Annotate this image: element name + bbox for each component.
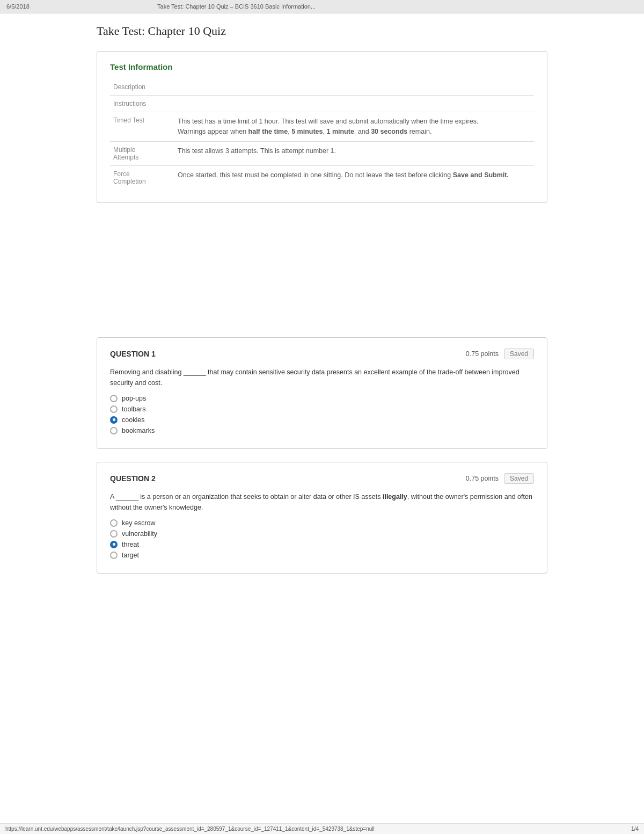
radio-1-c[interactable] [110,416,118,424]
info-row-attempts: MultipleAttempts This test allows 3 atte… [110,141,534,165]
info-row-description: Description [110,79,534,96]
question-points-1: 0.75 points [466,350,499,358]
saved-badge-1: Saved [504,349,534,359]
info-label-attempts: MultipleAttempts [110,141,174,165]
info-label-description: Description [110,79,174,96]
option-2-d[interactable]: target [110,552,534,559]
info-value-attempts: This test allows 3 attempts. This is att… [174,141,534,165]
option-1-c[interactable]: cookies [110,416,534,424]
option-1-d[interactable]: bookmarks [110,427,534,434]
test-info-heading: Test Information [110,62,534,71]
info-row-instructions: Instructions [110,96,534,112]
question-header-2: QUESTION 2 0.75 points Saved [110,473,534,484]
option-label-1-d: bookmarks [122,427,155,434]
tab-title: Take Test: Chapter 10 Quiz – BCIS 3610 B… [157,3,316,10]
info-value-force: Once started, this test must be complete… [174,165,534,190]
radio-2-a[interactable] [110,519,118,527]
option-label-2-a: key escrow [122,519,156,527]
test-info-box: Test Information Description Instruction… [97,51,547,203]
info-table: Description Instructions Timed Test This… [110,79,534,190]
option-1-a[interactable]: pop-ups [110,395,534,402]
radio-1-a[interactable] [110,395,118,402]
radio-1-b[interactable] [110,405,118,413]
option-label-1-a: pop-ups [122,395,146,402]
option-label-2-b: vulnerability [122,530,157,538]
question-text-1: Removing and disabling ______ that may c… [110,367,534,388]
option-label-2-c: threat [122,541,139,548]
info-value-instructions [174,96,534,112]
question-meta-2: 0.75 points Saved [466,473,534,484]
options-list-2: key escrow vulnerability threat target [110,519,534,559]
spacer [97,219,547,337]
info-value-timed: This test has a time limit of 1 hour. Th… [174,112,534,142]
options-list-1: pop-ups toolbars cookies bookmarks [110,395,534,434]
info-row-timed: Timed Test This test has a time limit of… [110,112,534,142]
info-row-force: ForceCompletion Once started, this test … [110,165,534,190]
saved-badge-2: Saved [504,473,534,484]
radio-2-b[interactable] [110,530,118,538]
browser-tab-bar: 6/5/2018 Take Test: Chapter 10 Quiz – BC… [0,0,644,13]
info-label-instructions: Instructions [110,96,174,112]
question-title-1: QUESTION 1 [110,350,156,358]
option-2-b[interactable]: vulnerability [110,530,534,538]
option-label-2-d: target [122,552,139,559]
page-wrapper: Take Test: Chapter 10 Quiz Test Informat… [80,13,564,619]
question-title-2: QUESTION 2 [110,474,156,483]
option-2-c[interactable]: threat [110,541,534,548]
info-label-force: ForceCompletion [110,165,174,190]
option-2-a[interactable]: key escrow [110,519,534,527]
radio-2-d[interactable] [110,552,118,559]
tab-date: 6/5/2018 [6,3,30,10]
question-meta-1: 0.75 points Saved [466,349,534,359]
question-block-2: QUESTION 2 0.75 points Saved A ______ is… [97,462,547,574]
info-label-timed: Timed Test [110,112,174,142]
radio-2-c[interactable] [110,541,118,548]
radio-1-d[interactable] [110,427,118,434]
question-text-2: A ______ is a person or an organization … [110,491,534,513]
question-header-1: QUESTION 1 0.75 points Saved [110,349,534,359]
option-label-1-b: toolbars [122,405,145,413]
option-label-1-c: cookies [122,416,144,424]
page-title: Take Test: Chapter 10 Quiz [97,24,547,38]
question-points-2: 0.75 points [466,475,499,482]
question-block-1: QUESTION 1 0.75 points Saved Removing an… [97,337,547,449]
option-1-b[interactable]: toolbars [110,405,534,413]
info-value-description [174,79,534,96]
